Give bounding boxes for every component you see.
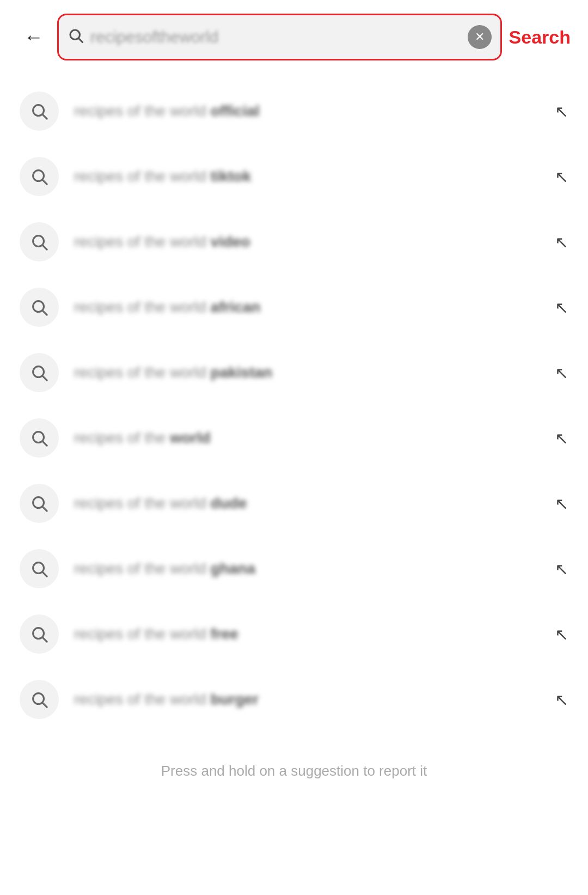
header: ← ✕ Search xyxy=(0,0,588,70)
clear-button[interactable]: ✕ xyxy=(468,25,492,49)
back-icon: ← xyxy=(24,27,44,47)
search-bar[interactable]: ✕ xyxy=(59,15,500,59)
search-action-button[interactable]: Search xyxy=(509,27,571,48)
clear-icon: ✕ xyxy=(475,31,485,43)
suggestion-item[interactable]: recipes of the world ↖ xyxy=(0,405,588,471)
suggestion-search-icon-8 xyxy=(20,614,59,654)
suggestion-arrow-9: ↖ xyxy=(555,690,568,709)
suggestion-search-icon-9 xyxy=(20,680,59,719)
suggestion-search-icon-0 xyxy=(20,92,59,131)
svg-line-5 xyxy=(42,180,47,184)
suggestion-arrow-2: ↖ xyxy=(555,233,568,252)
suggestion-arrow-7: ↖ xyxy=(555,559,568,579)
suggestion-text-0: recipes of the world official xyxy=(74,102,540,120)
svg-line-15 xyxy=(42,507,47,511)
suggestion-text-9: recipes of the world burger xyxy=(74,691,540,708)
suggestion-text-5: recipes of the world xyxy=(74,429,540,447)
suggestion-text-6: recipes of the world dude xyxy=(74,495,540,512)
suggestion-search-icon-5 xyxy=(20,418,59,458)
suggestion-text-1: recipes of the world tiktok xyxy=(74,168,540,185)
suggestion-search-icon-7 xyxy=(20,549,59,588)
svg-line-17 xyxy=(42,572,47,576)
suggestion-item[interactable]: recipes of the world pakistan ↖ xyxy=(0,340,588,405)
search-icon xyxy=(68,27,84,47)
suggestion-text-7: recipes of the world ghana xyxy=(74,560,540,577)
svg-line-11 xyxy=(42,376,47,380)
svg-line-7 xyxy=(42,245,47,249)
suggestion-text-3: recipes of the world african xyxy=(74,299,540,316)
suggestion-item[interactable]: recipes of the world free ↖ xyxy=(0,601,588,667)
suggestion-arrow-6: ↖ xyxy=(555,494,568,513)
suggestion-text-8: recipes of the world free xyxy=(74,625,540,643)
footer-hint: Press and hold on a suggestion to report… xyxy=(0,741,588,812)
svg-line-13 xyxy=(42,441,47,446)
suggestion-arrow-3: ↖ xyxy=(555,298,568,317)
suggestion-text-4: recipes of the world pakistan xyxy=(74,364,540,381)
search-bar-wrapper: ✕ xyxy=(59,15,500,59)
suggestion-search-icon-1 xyxy=(20,157,59,196)
svg-line-19 xyxy=(42,637,47,642)
suggestion-search-icon-4 xyxy=(20,353,59,392)
suggestion-item[interactable]: recipes of the world ghana ↖ xyxy=(0,536,588,601)
suggestion-arrow-1: ↖ xyxy=(555,167,568,186)
suggestion-item[interactable]: recipes of the world burger ↖ xyxy=(0,667,588,732)
suggestion-text-2: recipes of the world video xyxy=(74,233,540,251)
svg-line-9 xyxy=(42,310,47,315)
suggestion-arrow-5: ↖ xyxy=(555,429,568,448)
suggestion-arrow-4: ↖ xyxy=(555,363,568,382)
back-button[interactable]: ← xyxy=(17,21,50,53)
suggestion-search-icon-6 xyxy=(20,484,59,523)
suggestions-list: recipes of the world official ↖ recipes … xyxy=(0,70,588,741)
search-input[interactable] xyxy=(90,28,461,46)
suggestion-arrow-8: ↖ xyxy=(555,625,568,644)
suggestion-search-icon-2 xyxy=(20,222,59,261)
svg-line-21 xyxy=(42,703,47,707)
svg-line-1 xyxy=(79,38,83,42)
suggestion-item[interactable]: recipes of the world video ↖ xyxy=(0,209,588,275)
suggestion-item[interactable]: recipes of the world official ↖ xyxy=(0,78,588,144)
suggestion-item[interactable]: recipes of the world dude ↖ xyxy=(0,471,588,536)
suggestion-arrow-0: ↖ xyxy=(555,102,568,121)
svg-line-3 xyxy=(42,114,47,119)
suggestion-item[interactable]: recipes of the world african ↖ xyxy=(0,275,588,340)
suggestion-search-icon-3 xyxy=(20,288,59,327)
suggestion-item[interactable]: recipes of the world tiktok ↖ xyxy=(0,144,588,209)
